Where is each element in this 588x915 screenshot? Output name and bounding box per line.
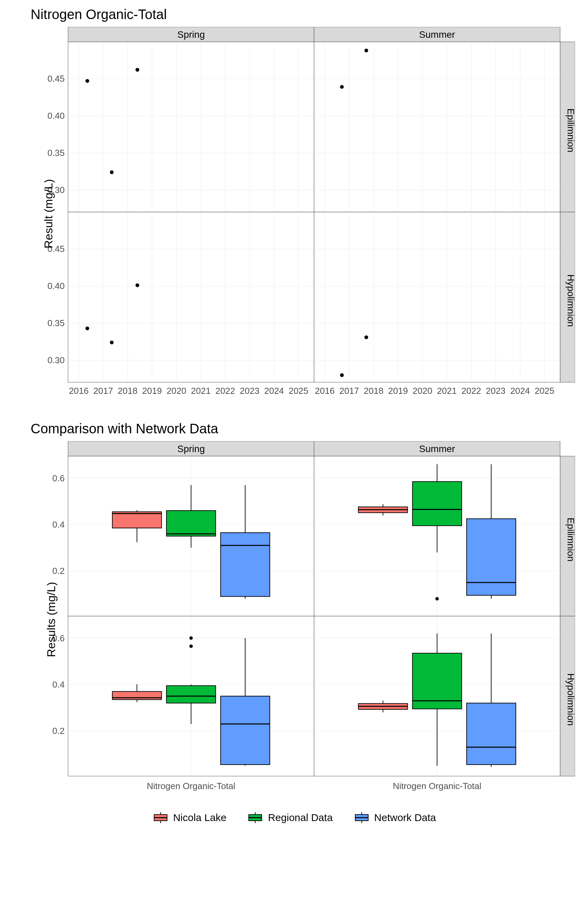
svg-point-161: [189, 644, 193, 648]
svg-point-21: [136, 68, 139, 72]
svg-point-81: [364, 335, 368, 339]
svg-point-60: [136, 284, 139, 287]
scatter-panel: [68, 42, 314, 212]
svg-text:2018: 2018: [118, 386, 137, 396]
svg-point-80: [340, 373, 344, 377]
col-facet-label: Spring: [177, 29, 205, 40]
scatter-chart: Nitrogen Organic-Total Result (mg/L) Spr…: [10, 7, 578, 401]
svg-text:0.2: 0.2: [52, 726, 65, 736]
svg-text:0.40: 0.40: [47, 281, 65, 291]
svg-text:2020: 2020: [413, 386, 433, 396]
svg-text:2022: 2022: [461, 386, 481, 396]
page: Nitrogen Organic-Total Result (mg/L) Spr…: [0, 0, 588, 915]
svg-text:2022: 2022: [215, 386, 235, 396]
col-facet-label: Summer: [419, 29, 455, 40]
svg-text:2023: 2023: [486, 386, 506, 396]
svg-text:2024: 2024: [510, 386, 530, 396]
svg-point-162: [189, 637, 193, 640]
scatter-panel: [314, 42, 560, 212]
legend: Nicola LakeRegional DataNetwork Data: [10, 812, 578, 824]
svg-rect-26: [314, 42, 560, 212]
legend-item: Network Data: [353, 812, 436, 824]
svg-text:Spring: Spring: [177, 443, 205, 454]
svg-text:Nitrogen Organic-Total: Nitrogen Organic-Total: [147, 781, 235, 791]
svg-text:Summer: Summer: [419, 443, 455, 454]
svg-point-19: [86, 79, 89, 83]
svg-text:0.6: 0.6: [52, 473, 65, 483]
svg-rect-43: [68, 212, 314, 382]
svg-rect-4: [68, 42, 314, 212]
svg-rect-146: [467, 519, 516, 595]
legend-label: Network Data: [374, 812, 436, 823]
svg-text:0.35: 0.35: [47, 148, 65, 158]
scatter-title: Nitrogen Organic-Total: [31, 7, 578, 22]
svg-text:0.2: 0.2: [52, 566, 65, 576]
svg-text:2019: 2019: [388, 386, 408, 396]
svg-text:2025: 2025: [535, 386, 554, 396]
scatter-panel: [68, 212, 314, 382]
box-chart: Comparison with Network Data Results (mg…: [10, 421, 578, 798]
box-panel: [68, 456, 314, 616]
svg-text:Epilimnion: Epilimnion: [565, 517, 575, 561]
svg-text:2016: 2016: [69, 386, 89, 396]
svg-text:2016: 2016: [315, 386, 335, 396]
svg-rect-121: [166, 511, 216, 536]
box-title: Comparison with Network Data: [31, 421, 578, 436]
svg-point-143: [436, 597, 439, 600]
svg-text:2021: 2021: [191, 386, 211, 396]
svg-text:2017: 2017: [339, 386, 359, 396]
legend-label: Nicola Lake: [173, 812, 227, 823]
svg-text:0.45: 0.45: [47, 74, 65, 84]
svg-text:2018: 2018: [364, 386, 383, 396]
box-grid: SpringSummerEpilimnionHypolimnion0.20.40…: [44, 441, 578, 798]
svg-text:0.4: 0.4: [52, 519, 65, 530]
scatter-grid: SpringSummerEpilimnionHypolimnion0.300.3…: [44, 27, 578, 401]
svg-point-41: [340, 85, 344, 89]
svg-rect-185: [467, 703, 516, 765]
row-facet-label: Epilimnion: [565, 108, 575, 152]
svg-text:2017: 2017: [93, 386, 113, 396]
svg-rect-125: [221, 533, 270, 597]
svg-text:2023: 2023: [240, 386, 260, 396]
svg-text:Nitrogen Organic-Total: Nitrogen Organic-Total: [393, 781, 481, 791]
svg-text:2025: 2025: [289, 386, 308, 396]
svg-text:0.4: 0.4: [52, 679, 65, 690]
svg-point-20: [110, 171, 114, 174]
svg-rect-141: [412, 482, 462, 526]
svg-text:2021: 2021: [437, 386, 457, 396]
box-panel: [314, 456, 560, 616]
row-facet-label: Hypolimnion: [565, 274, 575, 327]
svg-text:0.35: 0.35: [47, 318, 65, 328]
svg-rect-155: [112, 691, 162, 700]
legend-item: Nicola Lake: [152, 812, 227, 824]
svg-rect-117: [112, 512, 162, 528]
box-panel: [68, 616, 314, 776]
svg-rect-65: [314, 212, 560, 382]
svg-rect-165: [221, 696, 270, 765]
svg-text:2024: 2024: [264, 386, 284, 396]
box-ylabel: Results (mg/L): [45, 582, 58, 657]
legend-item: Regional Data: [247, 812, 333, 824]
scatter-ylabel: Result (mg/L): [42, 179, 55, 249]
legend-label: Regional Data: [268, 812, 333, 823]
svg-text:2020: 2020: [167, 386, 186, 396]
svg-point-42: [364, 48, 368, 52]
box-panel: [314, 616, 560, 776]
svg-point-58: [86, 327, 89, 330]
svg-text:2019: 2019: [142, 386, 162, 396]
svg-rect-159: [166, 685, 216, 703]
scatter-panel: [314, 212, 560, 382]
svg-text:Hypolimnion: Hypolimnion: [565, 673, 575, 726]
svg-text:0.30: 0.30: [47, 355, 65, 365]
svg-text:0.40: 0.40: [47, 111, 65, 121]
svg-point-59: [110, 341, 114, 344]
